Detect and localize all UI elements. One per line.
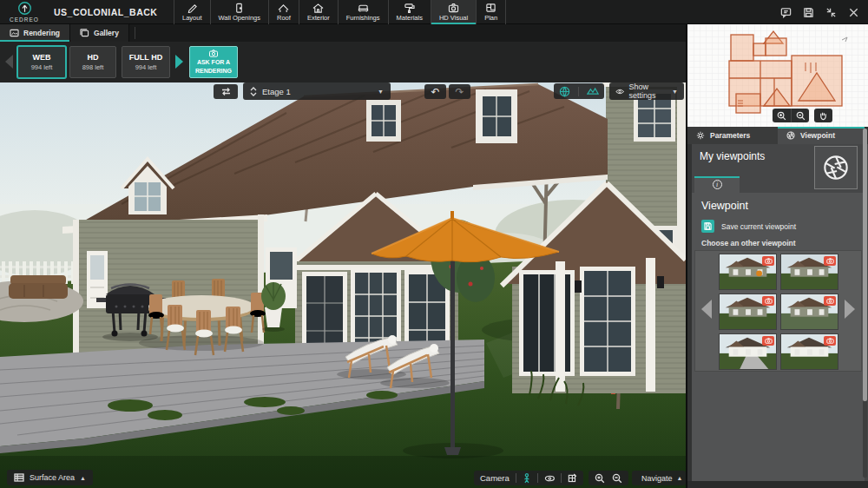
- info-icon: i: [713, 180, 722, 189]
- navigate-button[interactable]: Navigate ▲: [632, 471, 686, 485]
- environment-toggles: [554, 83, 604, 99]
- undo-button[interactable]: ↶: [424, 84, 446, 99]
- window-controls: [780, 0, 859, 24]
- resolution-fullhd-button[interactable]: FULL HD 994 left: [122, 46, 170, 78]
- camera-icon: [826, 338, 834, 344]
- choose-viewpoint-label: Choose an other viewpoint: [701, 239, 796, 247]
- camera-icon: [208, 49, 219, 57]
- resolution-web-button[interactable]: WEB 994 left: [17, 46, 66, 78]
- viewpoint-panel: My viewpoints i Viewpoint Save current v…: [687, 144, 868, 488]
- panel-scrollbar[interactable]: [863, 129, 867, 478]
- viewpoint-camera-badge: [824, 256, 836, 266]
- tab-gallery[interactable]: Gallery: [70, 24, 129, 42]
- swap-icon: [220, 87, 232, 96]
- 3d-viewport[interactable]: Etage 1 ▼ ↶ ↷ Show settings ▼ Surface Ar…: [0, 82, 686, 488]
- house-icon: [312, 3, 324, 13]
- scroll-left-arrow[interactable]: [5, 55, 13, 69]
- surface-area-button[interactable]: Surface Area ▲: [7, 470, 93, 485]
- cedreo-app: CEDREO US_COLONIAL_BACK Layout Wall Open…: [0, 0, 868, 488]
- zoom-in-icon[interactable]: [595, 473, 605, 484]
- workspace: Rendering Gallery WEB 994 left HD 898 le…: [0, 24, 686, 488]
- tab-furnishings[interactable]: Furnishings: [338, 0, 388, 24]
- resolution-hd-button[interactable]: HD 898 left: [69, 46, 116, 78]
- 3d-scene: [0, 82, 686, 488]
- cedreo-logo[interactable]: CEDREO: [0, 0, 49, 24]
- scrollbar-thumb[interactable]: [863, 129, 867, 401]
- view-tabs: Rendering Gallery: [0, 24, 686, 42]
- chevron-down-icon: ▼: [378, 89, 384, 95]
- tab-exterior[interactable]: Exterior: [299, 0, 338, 24]
- redo-button[interactable]: ↷: [449, 84, 470, 99]
- divider: [135, 27, 135, 39]
- carousel-prev-arrow[interactable]: [701, 300, 712, 319]
- zoom-out-icon: [796, 111, 806, 121]
- chevron-up-icon: ▲: [677, 475, 683, 481]
- orbit-view-icon[interactable]: [544, 474, 556, 483]
- zoom-controls: [589, 471, 628, 485]
- terrain-icon[interactable]: [587, 86, 599, 96]
- floor-plan-minimap[interactable]: [687, 24, 868, 127]
- minimap-zoom-in-button[interactable]: [773, 109, 791, 122]
- tab-parameters[interactable]: Parameters: [687, 127, 778, 144]
- chevron-down-icon: ▼: [672, 89, 678, 95]
- save-viewpoint-button[interactable]: Save current viewpoint: [701, 220, 796, 233]
- viewpoint-carousel: [694, 250, 862, 372]
- camera-icon: [826, 258, 834, 264]
- ask-for-rendering-button[interactable]: ASK FOR A RENDERING: [189, 46, 238, 78]
- gear-icon: [696, 131, 705, 140]
- minimap-zoom-out-button[interactable]: [791, 109, 809, 122]
- walk-mode-icon[interactable]: [523, 473, 531, 484]
- tab-hd-visual[interactable]: HD Visual: [431, 0, 476, 24]
- tab-rendering[interactable]: Rendering: [0, 24, 70, 42]
- viewpoint-thumbnail[interactable]: [719, 293, 777, 330]
- viewpoint-camera-badge: [762, 296, 774, 306]
- save-icon[interactable]: [803, 7, 814, 18]
- plan-icon: [485, 3, 496, 13]
- aperture-icon: [786, 131, 795, 140]
- exit-fullscreen-icon[interactable]: [825, 7, 837, 18]
- paint-roller-icon: [404, 3, 415, 13]
- viewpoint-thumbnail[interactable]: [719, 254, 777, 290]
- camera-mode-bar: Camera: [474, 471, 583, 485]
- chevron-up-icon: ▲: [80, 475, 86, 481]
- plan-view-icon[interactable]: [568, 473, 577, 483]
- carousel-next-arrow[interactable]: [845, 300, 855, 319]
- viewpoint-thumbnail[interactable]: [780, 293, 838, 330]
- viewpoint-camera-badge: [762, 256, 774, 266]
- feedback-icon[interactable]: [780, 7, 792, 18]
- viewpoint-thumbnail[interactable]: [780, 333, 838, 370]
- gallery-icon: [80, 29, 89, 37]
- viewpoint-thumbnail[interactable]: [780, 254, 838, 290]
- pan-hand-icon: [819, 111, 828, 121]
- tab-plan[interactable]: Plan: [476, 0, 506, 24]
- next-arrow: [175, 55, 183, 69]
- show-settings-button[interactable]: Show settings ▼: [609, 82, 684, 100]
- aperture-icon: [822, 154, 850, 181]
- main-toolbar: Layout Wall Openings Roof Exterior Furni…: [174, 0, 506, 24]
- close-icon[interactable]: [848, 7, 859, 18]
- minimap-pan-button[interactable]: [814, 109, 832, 122]
- table-icon: [14, 473, 24, 482]
- globe-icon[interactable]: [559, 86, 570, 97]
- render-options-bar: WEB 994 left HD 898 left FULL HD 994 lef…: [0, 42, 686, 82]
- door-icon: [233, 3, 245, 13]
- camera-icon: [765, 298, 773, 304]
- panel-tabs: Parameters Viewpoint: [687, 127, 868, 144]
- camera-label: Camera: [480, 473, 510, 483]
- brand-name: CEDREO: [10, 16, 39, 23]
- save-icon: [701, 220, 714, 233]
- viewpoint-grid: [719, 254, 839, 370]
- camera-icon: [826, 298, 834, 304]
- switch-view-button[interactable]: [214, 84, 238, 99]
- camera-icon: [765, 338, 773, 344]
- tab-roof[interactable]: Roof: [268, 0, 299, 24]
- zoom-out-icon[interactable]: [612, 473, 622, 484]
- tab-info[interactable]: i: [694, 176, 740, 193]
- take-viewpoint-button[interactable]: [814, 146, 858, 189]
- tab-wall-openings[interactable]: Wall Openings: [210, 0, 269, 24]
- tab-materials[interactable]: Materials: [388, 0, 431, 24]
- tab-layout[interactable]: Layout: [174, 0, 210, 24]
- tab-viewpoint[interactable]: Viewpoint: [778, 127, 865, 144]
- floor-selector[interactable]: Etage 1 ▼: [243, 82, 391, 100]
- viewpoint-thumbnail[interactable]: [719, 333, 777, 370]
